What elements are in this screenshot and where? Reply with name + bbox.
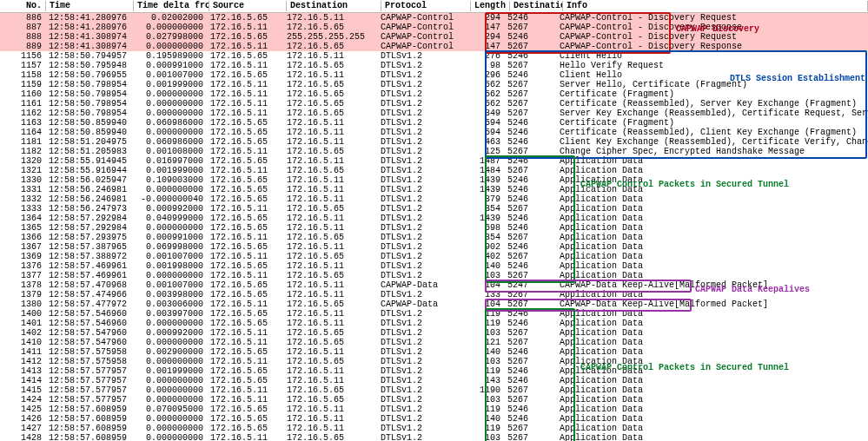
packet-row[interactable]: 137812:58:57.4709680.001007000172.16.5.6…	[0, 280, 868, 290]
packet-row[interactable]: 142612:58:57.6089590.000000000172.16.5.6…	[0, 414, 868, 424]
col-info[interactable]: Info	[563, 1, 868, 11]
packet-row[interactable]: 142812:58:57.6089590.000000000172.16.5.1…	[0, 433, 868, 441]
packet-row[interactable]: 141512:58:57.5779570.000000000172.16.5.1…	[0, 385, 868, 395]
packet-row[interactable]: 88912:58:41.3089740.000000000172.16.5.11…	[0, 42, 868, 51]
cell-info: Application Data	[556, 433, 868, 442]
packet-row[interactable]: 140012:58:57.5469600.003997000172.16.5.6…	[0, 309, 868, 319]
col-time[interactable]: Time	[46, 1, 134, 11]
packet-row[interactable]: 115712:58:50.7959480.000991000172.16.5.1…	[0, 61, 868, 70]
col-length[interactable]: Length	[471, 1, 510, 11]
packet-row[interactable]: 116412:58:50.8599400.000000000172.16.5.6…	[0, 128, 868, 137]
packet-row[interactable]: 132012:58:55.9149450.016997000172.16.5.6…	[0, 156, 868, 166]
cell-time: 12:58:57.608959	[45, 433, 132, 442]
col-delta[interactable]: Time delta from p	[134, 1, 209, 11]
packet-row[interactable]: 140212:58:57.5479600.000992000172.16.5.1…	[0, 328, 868, 338]
packet-row[interactable]: 137712:58:57.4699610.000000000172.16.5.1…	[0, 271, 868, 280]
packet-row[interactable]: 116012:58:50.7989540.000000000172.16.5.1…	[0, 89, 868, 99]
packet-row[interactable]: 136612:58:57.2939750.000991000172.16.5.1…	[0, 233, 868, 242]
packet-row[interactable]: 136712:58:57.3879650.069998000172.16.5.6…	[0, 242, 868, 252]
packet-row[interactable]: 142712:58:57.6089590.000000000172.16.5.6…	[0, 424, 868, 433]
packet-row[interactable]: 88812:58:41.3089740.027998000172.16.5.65…	[0, 32, 868, 42]
col-no[interactable]: No.	[0, 1, 46, 11]
packet-row[interactable]: 88612:58:41.2809760.02002000172.16.5.651…	[0, 13, 868, 23]
packet-row[interactable]: 137612:58:57.4699610.001998000172.16.5.6…	[0, 261, 868, 271]
packet-row[interactable]: 115812:58:50.7969550.001007000172.16.5.6…	[0, 70, 868, 80]
cell-dst: 172.16.5.65	[283, 433, 377, 442]
packet-row[interactable]: 116312:58:50.8599400.060986000172.16.5.6…	[0, 118, 868, 128]
packet-row[interactable]: 133312:58:56.2479730.000992000172.16.5.1…	[0, 204, 868, 214]
packet-row[interactable]: 133012:58:56.0259470.109003000172.16.5.6…	[0, 175, 868, 185]
cell-src: 172.16.5.11	[207, 433, 283, 442]
packet-row[interactable]: 116212:58:50.7989540.000000000172.16.5.1…	[0, 109, 868, 118]
packet-list-header[interactable]: No. Time Time delta from p Source Destin…	[0, 0, 868, 13]
packet-row[interactable]: 133112:58:56.2469810.000000000172.16.5.6…	[0, 185, 868, 194]
packet-row[interactable]: 142412:58:57.5779570.000000000172.16.5.1…	[0, 395, 868, 405]
packet-row[interactable]: 133212:58:56.246981-0.000000040172.16.5.…	[0, 194, 868, 204]
packet-row[interactable]: 141412:58:57.5779570.000000000172.16.5.6…	[0, 376, 868, 385]
packet-row[interactable]: 140112:58:57.5469600.000000000172.16.5.6…	[0, 319, 868, 328]
cell-delta: 0.000000000	[132, 433, 207, 442]
packet-row[interactable]: 88712:58:41.2809760.000000000172.16.5.11…	[0, 23, 868, 32]
cell-prot: DTLSv1.2	[377, 433, 466, 442]
packet-row[interactable]: 136912:58:57.3889720.001007000172.16.5.1…	[0, 252, 868, 261]
col-protocol[interactable]: Protocol	[381, 1, 471, 11]
packet-row[interactable]: 115912:58:50.7989540.001999000172.16.5.1…	[0, 80, 868, 89]
col-source[interactable]: Source	[209, 1, 287, 11]
col-port[interactable]: Destination Port	[510, 1, 563, 11]
col-dest[interactable]: Destination	[287, 1, 381, 11]
packet-list-table: No. Time Time delta from p Source Destin…	[0, 0, 868, 441]
packet-row[interactable]: 137912:58:57.4749660.003998000172.16.5.6…	[0, 290, 868, 299]
packet-row[interactable]: 141012:58:57.5479600.000000000172.16.5.1…	[0, 338, 868, 347]
packet-row[interactable]: 136412:58:57.2929840.040999000172.16.5.6…	[0, 214, 868, 223]
cell-port: 5267	[504, 433, 556, 442]
packet-row[interactable]: 141212:58:57.5759580.000000000172.16.5.1…	[0, 357, 868, 366]
packet-row[interactable]: 115612:58:50.7949570.195989000172.16.5.6…	[0, 51, 868, 61]
cell-len: 103	[466, 433, 504, 442]
packet-row[interactable]: 142512:58:57.6089590.070095000172.16.5.6…	[0, 405, 868, 414]
cell-no: 1428	[0, 433, 45, 442]
packet-row[interactable]: 141112:58:57.5759580.002900000172.16.5.6…	[0, 347, 868, 357]
packet-list-rows: 88612:58:41.2809760.02002000172.16.5.651…	[0, 13, 868, 441]
packet-row[interactable]: 141312:58:57.5779570.001999000172.16.5.6…	[0, 366, 868, 376]
packet-row[interactable]: 118212:58:51.2059830.001008000172.16.5.1…	[0, 147, 868, 156]
packet-row[interactable]: 132112:58:55.9169440.001999000172.16.5.1…	[0, 166, 868, 175]
packet-row[interactable]: 136512:58:57.2929840.000000000172.16.5.6…	[0, 223, 868, 233]
packet-row[interactable]: 116112:58:50.7989540.000000000172.16.5.1…	[0, 99, 868, 109]
packet-row[interactable]: 138012:58:57.4779720.003006000172.16.5.1…	[0, 299, 868, 309]
packet-row[interactable]: 118112:58:51.2049750.060986000172.16.5.6…	[0, 137, 868, 147]
